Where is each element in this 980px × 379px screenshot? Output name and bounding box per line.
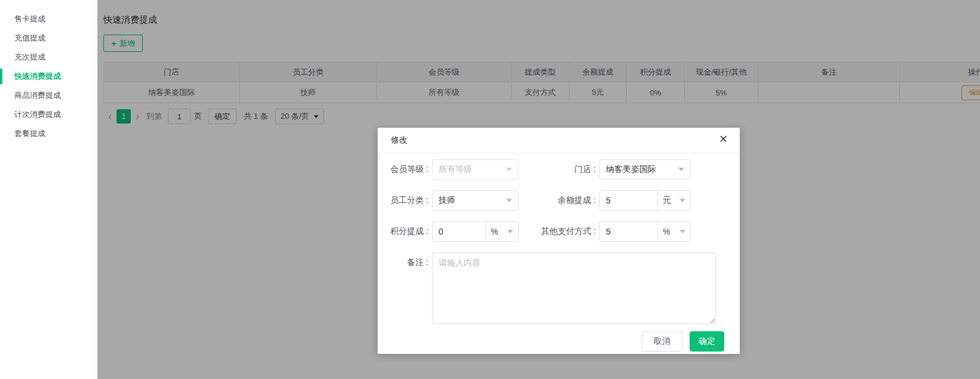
staff-type-label: 员工分类 :	[378, 195, 432, 206]
remark-label: 备注 :	[378, 252, 432, 268]
close-button[interactable]: ✕	[719, 134, 728, 144]
close-icon: ✕	[719, 133, 728, 145]
sidebar-item-recharge-times-commission[interactable]: 充次提成	[0, 48, 94, 67]
member-level-value: 所有等级	[439, 164, 472, 175]
chevron-down-icon	[678, 168, 684, 171]
balance-commission-input[interactable]	[599, 190, 657, 211]
member-level-select: 所有等级	[432, 159, 519, 180]
balance-unit-select[interactable]: 元	[657, 190, 691, 211]
points-unit-select[interactable]: %	[485, 221, 519, 242]
chevron-down-icon	[679, 199, 685, 202]
modal-title: 修改	[391, 135, 408, 146]
sidebar-menu: 售卡提成 充值提成 充次提成 快速消费提成 商品消费提成 计次消费提成 套餐提成	[0, 0, 94, 379]
sidebar-item-card-sale-commission[interactable]: 售卡提成	[0, 10, 94, 29]
confirm-button[interactable]: 确定	[690, 331, 724, 352]
remark-textarea[interactable]	[432, 252, 716, 324]
sidebar-item-quick-consume-commission[interactable]: 快速消费提成	[0, 67, 94, 86]
balance-commission-label: 余额提成 :	[519, 195, 599, 206]
sidebar-item-package-commission[interactable]: 套餐提成	[0, 124, 94, 143]
edit-modal: 修改 ✕ 会员等级 : 所有等级 门店 : 纳客美姿国际 员工分类 :	[378, 128, 740, 354]
form-row-3: 积分提成 : % 其他支付方式 : %	[378, 221, 740, 242]
chevron-down-icon	[506, 168, 512, 171]
staff-type-select[interactable]: 技师	[432, 190, 519, 211]
points-unit-value: %	[491, 227, 498, 236]
modal-footer: 取消 确定	[378, 331, 740, 352]
sidebar-item-product-consume-commission[interactable]: 商品消费提成	[0, 86, 94, 105]
chevron-down-icon	[679, 230, 685, 233]
form-row-2: 员工分类 : 技师 余额提成 : 元	[378, 190, 740, 211]
form-row-remark: 备注 :	[378, 252, 740, 324]
form-row-1: 会员等级 : 所有等级 门店 : 纳客美姿国际	[378, 159, 740, 180]
chevron-down-icon	[507, 230, 513, 233]
sidebar-item-recharge-commission[interactable]: 充值提成	[0, 29, 94, 48]
points-commission-label: 积分提成 :	[378, 226, 432, 237]
store-label: 门店 :	[519, 164, 599, 175]
other-payment-label: 其他支付方式 :	[519, 226, 599, 237]
sidebar-item-count-consume-commission[interactable]: 计次消费提成	[0, 105, 94, 124]
sidebar: 售卡提成 充值提成 充次提成 快速消费提成 商品消费提成 计次消费提成 套餐提成	[0, 0, 97, 379]
store-select[interactable]: 纳客美姿国际	[599, 159, 691, 180]
store-value: 纳客美姿国际	[606, 164, 656, 175]
points-commission-input[interactable]	[432, 221, 485, 242]
modal-body: 会员等级 : 所有等级 门店 : 纳客美姿国际 员工分类 : 技师	[378, 153, 740, 352]
member-level-label: 会员等级 :	[378, 164, 432, 175]
chevron-down-icon	[506, 199, 512, 202]
other-payment-unit-select[interactable]: %	[657, 221, 691, 242]
cancel-button[interactable]: 取消	[642, 331, 682, 352]
staff-type-value: 技师	[439, 195, 455, 206]
other-payment-input[interactable]	[599, 221, 657, 242]
balance-unit-value: 元	[663, 195, 671, 206]
modal-header: 修改 ✕	[378, 128, 740, 153]
other-payment-unit-value: %	[663, 227, 670, 236]
